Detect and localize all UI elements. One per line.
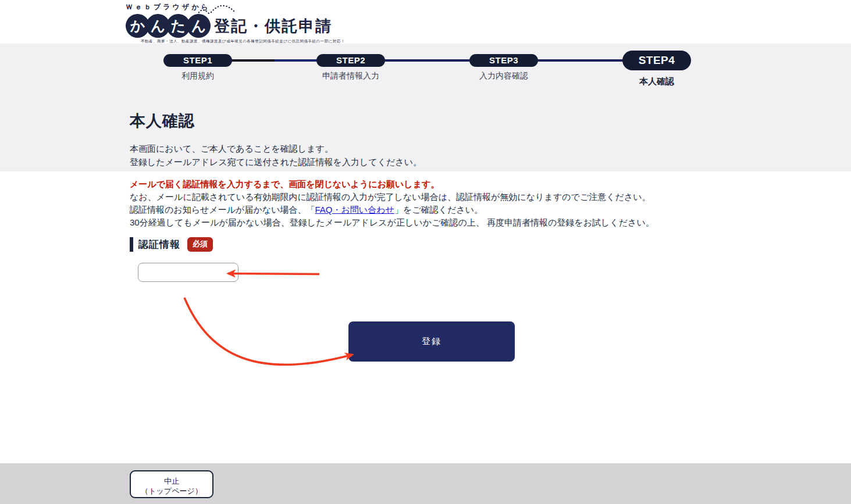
auth-code-field-label-row: 認証情報 必須	[130, 237, 213, 252]
step-2-badge: STEP2	[316, 54, 385, 67]
notice-line3-after: 」をご確認ください。	[394, 205, 483, 215]
page-description-line1: 本画面において、ご本人であることを確認します。	[130, 142, 422, 156]
step-4-label: 本人確認	[601, 76, 712, 87]
notice-block: メールで届く認証情報を入力するまで、画面を閉じないようにお願いします。 なお、メ…	[130, 178, 654, 229]
auth-code-input[interactable]	[138, 263, 238, 282]
cancel-button-line2: （トップページ）	[131, 486, 212, 496]
step-3-badge: STEP3	[469, 54, 538, 67]
app-logo: Ｗｅｂブラウザから か ん た ん 登記・供託申請 不動産、商業・法人、動産譲渡…	[126, 2, 345, 44]
logo-dotted-arcs-decoration	[195, 1, 239, 19]
header: Ｗｅｂブラウザから か ん た ん 登記・供託申請 不動産、商業・法人、動産譲渡…	[0, 0, 851, 44]
step-1-label: 利用規約	[143, 71, 253, 81]
arrow-to-input	[228, 274, 319, 274]
faq-contact-link[interactable]: FAQ・お問い合わせ	[315, 205, 394, 215]
cancel-button-line1: 中止	[131, 476, 212, 486]
step-1-terms: STEP1 利用規約	[143, 54, 253, 81]
register-button[interactable]: 登録	[348, 321, 515, 362]
footer: 中止 （トップページ）	[0, 463, 851, 504]
page-title: 本人確認	[130, 110, 195, 131]
notice-line3: 認証情報のお知らせメールが届かない場合、「FAQ・お問い合わせ」をご確認ください…	[130, 203, 654, 216]
step-3-confirm-input: STEP3 入力内容確認	[448, 54, 559, 81]
cancel-to-top-button[interactable]: 中止 （トップページ）	[130, 470, 213, 498]
notice-line2: なお、メールに記載されている有効期限内に認証情報の入力が完了しない場合は、認証情…	[130, 191, 654, 203]
field-accent-bar	[130, 237, 133, 252]
step-1-badge: STEP1	[163, 54, 232, 67]
notice-warning-line: メールで届く認証情報を入力するまで、画面を閉じないようにお願いします。	[130, 178, 654, 191]
step-2-applicant-info: STEP2 申請者情報入力	[295, 54, 406, 81]
page-description-line2: 登録したメールアドレス宛てに送付された認証情報を入力してください。	[130, 156, 422, 169]
main-content: メールで届く認証情報を入力するまで、画面を閉じないようにお願いします。 なお、メ…	[0, 171, 851, 463]
step-4-badge: STEP4	[622, 51, 691, 70]
auth-code-field-label: 認証情報	[138, 238, 180, 251]
step-4-identity-verification-active: STEP4 本人確認	[601, 51, 712, 87]
arrow-to-register-button	[184, 298, 352, 364]
step-3-label: 入力内容確認	[448, 71, 559, 81]
step-2-label: 申請者情報入力	[295, 71, 406, 81]
hero-section: STEP1 利用規約 STEP2 申請者情報入力 STEP3 入力内容確認 ST…	[0, 44, 851, 171]
required-badge: 必須	[187, 237, 213, 252]
notice-line3-before: 認証情報のお知らせメールが届かない場合、「	[130, 205, 315, 215]
page-description: 本画面において、ご本人であることを確認します。 登録したメールアドレス宛てに送付…	[130, 142, 422, 169]
notice-line4: 30分経過してもメールが届かない場合、登録したメールアドレスが正しいかご確認の上…	[130, 216, 654, 229]
